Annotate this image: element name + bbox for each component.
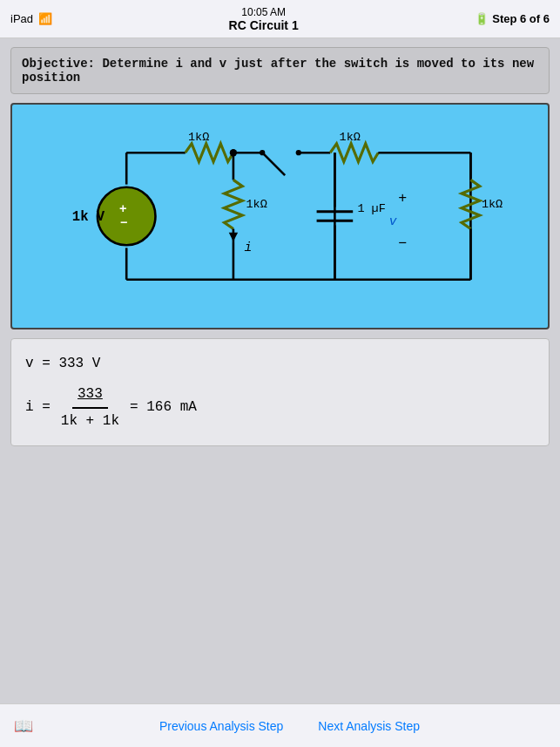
status-bar: iPad 📶 10:05 AM RC Circuit 1 🔋 Step 6 of… (0, 0, 560, 38)
bottom-bar-buttons: Previous Analysis Step Next Analysis Ste… (159, 719, 420, 733)
svg-text:−: − (398, 235, 407, 252)
svg-text:1kΩ: 1kΩ (187, 131, 208, 144)
main-content: Objective: Determine i and v just after … (0, 38, 560, 703)
svg-text:1kΩ: 1kΩ (481, 198, 502, 211)
answer-box: v = 333 V i = 333 1k + 1k = 166 mA (10, 338, 550, 446)
wifi-icon: 📶 (38, 12, 52, 25)
svg-text:+: + (398, 190, 407, 207)
v-answer: v = 333 V (25, 351, 100, 377)
v-answer-line: v = 333 V (25, 351, 535, 377)
device-label: iPad (10, 12, 33, 25)
status-right: 🔋 Step 6 of 6 (475, 12, 550, 25)
status-title: 10:05 AM RC Circuit 1 (229, 6, 299, 32)
i-label: i = (25, 395, 51, 420)
prev-step-button[interactable]: Previous Analysis Step (159, 719, 283, 733)
i-value: = 166 mA (130, 395, 197, 420)
circuit-svg: + − 1k V i 1kΩ 1 µF (54, 116, 507, 316)
svg-text:+: + (118, 201, 126, 215)
circuit-container: + − 1k V i 1kΩ 1 µF (10, 103, 550, 329)
next-step-button[interactable]: Next Analysis Step (318, 719, 420, 733)
svg-line-3 (262, 153, 285, 175)
battery-icon: 🔋 (475, 12, 489, 25)
svg-text:i: i (244, 241, 252, 255)
i-denominator: 1k + 1k (56, 409, 125, 434)
time-label: 10:05 AM (229, 6, 299, 18)
svg-text:1kΩ: 1kΩ (246, 198, 267, 211)
i-numerator: 333 (72, 382, 108, 409)
status-left: iPad 📶 (10, 12, 52, 25)
svg-text:−: − (119, 215, 127, 229)
step-info: Step 6 of 6 (492, 12, 550, 25)
page-title: RC Circuit 1 (229, 18, 299, 32)
objective-text: Objective: Determine i and v just after … (22, 57, 534, 85)
book-icon[interactable]: 📖 (14, 716, 33, 736)
svg-text:1 µF: 1 µF (357, 202, 385, 215)
svg-text:1k V: 1k V (71, 209, 105, 225)
i-answer-line: i = 333 1k + 1k = 166 mA (25, 382, 535, 434)
svg-text:1kΩ: 1kΩ (339, 131, 360, 144)
svg-text:v: v (388, 214, 396, 228)
svg-point-4 (260, 150, 265, 155)
i-fraction: 333 1k + 1k (56, 382, 125, 434)
bottom-toolbar: 📖 Previous Analysis Step Next Analysis S… (0, 703, 560, 747)
objective-bar: Objective: Determine i and v just after … (10, 47, 550, 94)
